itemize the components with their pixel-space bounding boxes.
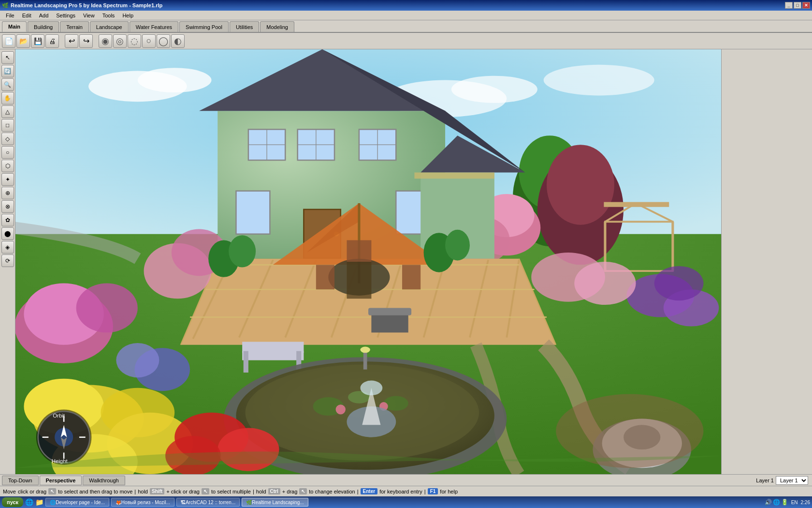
tool-refresh[interactable]: ⟳	[1, 254, 14, 267]
tool-circle5[interactable]: ◯	[157, 34, 170, 48]
tool-flower[interactable]: ✿	[1, 214, 14, 226]
content-area: ↖ 🔄 🔍 ✋ △ □ ◇ ○ ⬡ ✦ ⊕ ⊗ ✿ ⬤ ◈ ⟳	[0, 49, 812, 496]
tool-circle3[interactable]: ◌	[128, 34, 141, 48]
svg-rect-61	[371, 314, 408, 332]
taskbar-item-realtime[interactable]: 🌿 Realtime Landscaping...	[242, 498, 308, 507]
taskbar-item-developer[interactable]: 🌐 Developer page - Ide...	[45, 498, 109, 507]
tab-swimming-pool[interactable]: Swimming Pool	[179, 21, 229, 32]
status-hold2: hold	[256, 489, 266, 494]
tab-main[interactable]: Main	[2, 21, 27, 32]
enter-key: Enter	[361, 488, 378, 494]
taskbar: пуск 🌐 📁 🌐 Developer page - Ide... 🦊 Нов…	[0, 496, 812, 508]
taskbar-item-archicad[interactable]: 🏗 ArchiCAD 12 :: torren...	[176, 498, 240, 507]
svg-rect-59	[402, 265, 420, 289]
left-panel: ↖ 🔄 🔍 ✋ △ □ ◇ ○ ⬡ ✦ ⊕ ⊗ ✿ ⬤ ◈ ⟳	[0, 49, 15, 474]
menu-view[interactable]: View	[79, 12, 99, 19]
shift-icon: ↖	[48, 488, 56, 494]
save-button[interactable]: 💾	[31, 34, 44, 48]
view-tab-perspective[interactable]: Perspective	[40, 476, 82, 485]
svg-point-10	[547, 145, 614, 224]
status-keyboard-entry: for keyboard entry	[379, 489, 422, 494]
taskbar-item-realtime-icon: 🌿	[246, 500, 252, 505]
svg-rect-60	[347, 240, 371, 262]
svg-rect-65	[244, 351, 248, 373]
new-button[interactable]: 📄	[2, 34, 15, 48]
tool-triangle[interactable]: △	[1, 105, 14, 118]
tray-icon-1: 🔊	[765, 499, 772, 506]
menu-tools[interactable]: Tools	[99, 12, 119, 19]
tool-circle4[interactable]: ○	[142, 34, 156, 48]
tab-modeling[interactable]: Modeling	[260, 21, 294, 32]
tool-circle-lf[interactable]: ○	[1, 146, 14, 159]
statusbar: Move click or drag ↖ to select and then …	[0, 486, 812, 496]
tool-grid[interactable]: ◈	[1, 241, 14, 254]
tool-square[interactable]: □	[1, 119, 14, 132]
tool-circle2[interactable]: ◎	[113, 34, 127, 48]
open-button[interactable]: 📂	[16, 34, 30, 48]
tool-circle6[interactable]: ◐	[171, 34, 185, 48]
close-button[interactable]: ✕	[802, 2, 810, 9]
right-panel	[721, 49, 812, 474]
menu-settings[interactable]: Settings	[52, 12, 79, 19]
tool-pan[interactable]: ✋	[1, 92, 14, 105]
viewport-area: ↖ 🔄 🔍 ✋ △ □ ◇ ○ ⬡ ✦ ⊕ ⊗ ✿ ⬤ ◈ ⟳	[0, 49, 812, 474]
tray-icon-3: 🔋	[781, 499, 788, 506]
taskbar-item-mozilla[interactable]: 🦊 Новый релиз - Mozil...	[111, 498, 174, 507]
status-select-multiple: to select multiple	[211, 489, 251, 494]
svg-point-93	[218, 428, 279, 471]
print-button[interactable]: 🖨	[45, 34, 59, 48]
minimize-button[interactable]: _	[785, 2, 793, 9]
start-button[interactable]: пуск	[2, 497, 23, 507]
maximize-button[interactable]: □	[794, 2, 801, 9]
view-tab-walkthrough[interactable]: Walkthrough	[83, 476, 125, 485]
taskbar-icon-folder[interactable]: 📁	[35, 498, 44, 506]
titlebar-controls: _ □ ✕	[785, 2, 810, 9]
start-label: пуск	[7, 499, 18, 505]
redo-button[interactable]: ↪	[79, 34, 93, 48]
tool-diamond[interactable]: ◇	[1, 133, 14, 145]
tool-hex[interactable]: ⬡	[1, 160, 14, 172]
titlebar-title: Realtime Landscaping Pro 5 by Idea Spect…	[9, 2, 785, 8]
ctrl-key: Ctrl	[268, 488, 280, 494]
tool-plus-circle[interactable]: ⊕	[1, 187, 14, 199]
svg-rect-19	[604, 202, 669, 207]
tab-utilities[interactable]: Utilities	[230, 21, 259, 32]
tool-x-circle[interactable]: ⊗	[1, 200, 14, 213]
undo-button[interactable]: ↩	[65, 34, 78, 48]
cursor-icon2: ↖	[299, 488, 307, 494]
tool-orbit[interactable]: 🔄	[1, 65, 14, 77]
tab-terrain[interactable]: Terrain	[60, 21, 89, 32]
menu-add[interactable]: Add	[35, 12, 53, 19]
tool-zoom[interactable]: 🔍	[1, 78, 14, 91]
viewport[interactable]: Orbit Height	[15, 49, 721, 474]
cursor-icon: ↖	[202, 488, 209, 494]
tab-water-features[interactable]: Water Features	[130, 21, 178, 32]
menu-help[interactable]: Help	[118, 12, 137, 19]
svg-point-73	[336, 404, 346, 414]
tool-circle1[interactable]: ◉	[99, 34, 112, 48]
tool-dot[interactable]: ⬤	[1, 227, 14, 240]
svg-point-91	[116, 343, 159, 377]
tool-select[interactable]: ↖	[1, 51, 14, 64]
status-desc1: click or drag	[18, 489, 46, 494]
menu-edit[interactable]: Edit	[18, 12, 35, 19]
layer-dropdown[interactable]: Layer 1	[776, 476, 808, 485]
svg-rect-57	[347, 262, 371, 299]
tool-star[interactable]: ✦	[1, 173, 14, 186]
taskbar-icon-ie[interactable]: 🌐	[25, 498, 33, 506]
taskbar-right: 🔊 🌐 🔋 EN 2:26	[765, 499, 810, 506]
view-tab-topdown[interactable]: Top-Down	[2, 476, 39, 485]
status-select-text: to select and then drag to move	[58, 489, 132, 494]
tabbar: Main Building Terrain Landscape Water Fe…	[0, 20, 812, 33]
status-action: Move	[3, 489, 16, 494]
svg-rect-38	[414, 172, 494, 179]
scene-container: Orbit Height	[15, 49, 721, 474]
layer-label: Layer 1	[756, 478, 774, 483]
svg-point-2	[138, 68, 212, 92]
taskbar-item-archicad-icon: 🏗	[181, 500, 186, 505]
layer-indicator: Layer 1 Layer 1	[756, 476, 808, 485]
menu-file[interactable]: File	[2, 12, 18, 19]
tab-building[interactable]: Building	[28, 21, 59, 32]
sys-tray: 🔊 🌐 🔋	[765, 499, 788, 506]
tab-landscape[interactable]: Landscape	[90, 21, 129, 32]
